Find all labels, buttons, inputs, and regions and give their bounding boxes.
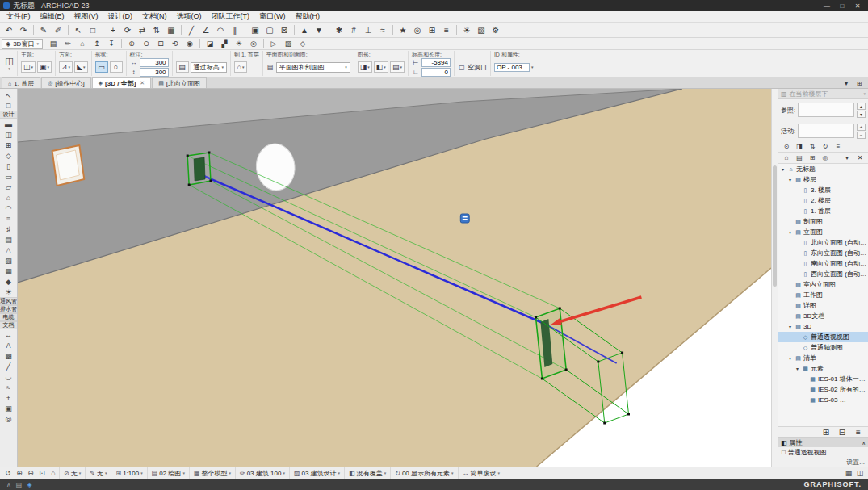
morph-tool-icon[interactable]: △ (0, 245, 17, 255)
split-icon[interactable]: ╱ (184, 23, 199, 36)
maximize-button[interactable]: □ (835, 1, 849, 10)
status-layer-combination[interactable]: ▤ 02 绘图 ▾ (147, 467, 189, 479)
status-filter-2[interactable]: ✎ 无 ▾ (85, 467, 111, 479)
navigator-tree-item[interactable]: ▯ 1. 首层 (778, 206, 868, 216)
layer-dialog-icon[interactable]: ⊞ (425, 23, 439, 36)
orbit-icon[interactable]: ⟲ (168, 39, 182, 49)
send-backward-icon[interactable]: ▼ (312, 23, 326, 36)
fit-in-window-icon[interactable]: ⊡ (36, 468, 48, 479)
dimension-tool-icon[interactable]: ↔ (0, 329, 17, 340)
zoom-out-icon[interactable]: ⊖ (25, 468, 36, 479)
trace-switch-icon[interactable]: ⇅ (807, 142, 818, 152)
3d-window-dropdown[interactable]: ◈ 3D窗口 ▾ (2, 39, 43, 49)
multiply-icon[interactable]: ▦ (164, 23, 178, 36)
properties-panel-header[interactable]: ◧ 属性 ∧ (778, 438, 868, 447)
favorites-icon[interactable]: ★ (396, 23, 410, 36)
width-input[interactable] (140, 58, 169, 67)
status-filter-1[interactable]: ⊘ 无 ▾ (59, 467, 85, 479)
publisher-icon[interactable]: ◎ (820, 153, 831, 163)
spline-tool-icon[interactable]: ≈ (0, 382, 17, 392)
elevate-icon[interactable]: ⇅ (149, 23, 164, 36)
tab-north-elevation[interactable]: ▤ [北向立面图 (152, 77, 207, 88)
navigator-tree-item[interactable]: ▾ ▤ 楼层 (778, 174, 868, 185)
stair-tool-icon[interactable]: ≡ (0, 213, 17, 224)
line-type-button[interactable]: ▤▾ (390, 61, 405, 73)
tab-action-center[interactable]: ◎ [操作中心] (41, 77, 91, 88)
figure-tool-icon[interactable]: ▣ (0, 403, 17, 413)
trace-down-button[interactable]: ▾ (857, 111, 866, 118)
door-tool-icon[interactable]: ◫ (0, 129, 17, 140)
trace-reference-picker[interactable] (798, 103, 854, 117)
menu-item[interactable]: 文件(F) (2, 11, 36, 22)
pane-layout-icon[interactable]: ◫ (854, 468, 866, 479)
delete-item-icon[interactable]: ⊟ (835, 425, 849, 438)
shading-icon[interactable]: ▨ (281, 39, 296, 49)
scrollbar-thumb[interactable] (773, 165, 777, 287)
menu-item[interactable]: 帮助(H) (291, 11, 325, 22)
navigator-tree-item[interactable]: ▦ IES-03 … (778, 395, 868, 405)
fit-view-icon[interactable]: ⊡ (153, 39, 168, 49)
navigator-tree-item[interactable]: ▦ IES-02 所有的开口 (778, 384, 868, 395)
trace-minus-button[interactable]: − (857, 132, 866, 139)
arrow-tool-icon[interactable]: ↖ (71, 23, 86, 36)
menu-item[interactable]: 视图(V) (69, 11, 103, 22)
opening-layer-button[interactable]: ▣▾ (37, 61, 52, 73)
navigator-menu-icon[interactable]: ▾ (841, 153, 853, 163)
trace-rebuild-icon[interactable]: ↻ (820, 142, 831, 152)
trace-visibility-icon[interactable]: ⊙ (781, 142, 792, 152)
new-tab-icon[interactable]: ⊞ (853, 78, 865, 88)
curtain-wall-tool-icon[interactable]: ▤ (0, 234, 17, 245)
opening-default-button[interactable]: ◫▾ (21, 61, 36, 73)
suspend-groups-icon[interactable]: ⊠ (277, 23, 291, 36)
viewport-scrollbar[interactable] (771, 89, 778, 467)
story-up-icon[interactable]: ↥ (90, 39, 104, 49)
element-info-icon[interactable]: ≡ (439, 23, 454, 36)
window-tool-icon[interactable]: ⊞ (0, 140, 17, 150)
infobox-tool-preview[interactable]: ◫ ▾ (2, 51, 18, 76)
line-tool-icon[interactable]: ╱ (0, 361, 17, 371)
collapse-panel-icon[interactable]: ∧ (6, 481, 11, 488)
arrow-tool-icon[interactable]: ↖ (0, 90, 17, 100)
navigator-tree-item[interactable]: ▦ IES-01 墙体一览表 (778, 374, 868, 384)
navigator-tree-item[interactable]: ▯ 北向立面图 (自动重建) (778, 237, 868, 248)
direction-b-button[interactable]: ◣▾ (74, 61, 87, 73)
ungroup-icon[interactable]: ▢ (262, 23, 277, 36)
navigator-tree-item[interactable]: ▤ 详图 (778, 300, 868, 311)
close-button[interactable]: ✕ (850, 1, 865, 10)
tab-close-icon[interactable]: ✕ (140, 80, 145, 86)
shape-rectangular-button[interactable]: ▭ (95, 61, 108, 73)
text-tool-icon[interactable]: A (0, 340, 17, 350)
grid-snap-icon[interactable]: # (346, 23, 361, 36)
menu-item[interactable]: 设计(D) (103, 11, 138, 22)
navigator-close-icon[interactable]: ✕ (854, 153, 866, 163)
rotate-icon[interactable]: ⟳ (120, 23, 135, 36)
camera-tool-icon[interactable]: ◎ (0, 413, 17, 424)
minimize-button[interactable]: — (820, 1, 834, 10)
status-renovation-filter[interactable]: ↻ 00 显示所有元素 ▾ (390, 467, 457, 479)
fly-through-icon[interactable]: ▷ (266, 39, 281, 49)
fill-tool-icon[interactable]: ▩ (0, 350, 17, 361)
length-input[interactable] (421, 68, 451, 77)
move-icon[interactable]: + (106, 23, 120, 36)
new-folder-icon[interactable]: ⊞ (819, 425, 833, 438)
sun-study-icon[interactable]: ☀ (459, 23, 474, 36)
navigator-tree-item[interactable]: ▯ 南向立面图 (自动重建) (778, 258, 868, 269)
elevation-mode-dropdown[interactable]: 通过标高 ▾ (191, 62, 228, 73)
project-map-icon[interactable]: ⌂ (781, 153, 792, 163)
undo-icon[interactable]: ↶ (2, 23, 16, 36)
status-pen-set[interactable]: ✏ 03 建筑 100 ▾ (235, 467, 289, 479)
wall-window[interactable] (52, 145, 85, 186)
render-icon[interactable]: ▧ (474, 23, 489, 36)
trace-plus-button[interactable]: + (857, 124, 866, 131)
settings-icon[interactable]: ⚙ (489, 23, 503, 36)
menu-item[interactable]: 文档(N) (137, 11, 172, 22)
rebuild-view-icon[interactable]: ↺ (2, 468, 14, 479)
status-model-view-options[interactable]: ▨ 03 建筑设计 ▾ (289, 467, 344, 479)
railing-tool-icon[interactable]: ♯ (0, 224, 17, 234)
menu-item[interactable]: 选项(O) (172, 11, 207, 22)
trace-up-button[interactable]: ▴ (857, 103, 866, 110)
cutaway-icon[interactable]: ◪ (203, 39, 217, 49)
inject-parameters-icon[interactable]: ✐ (51, 23, 65, 36)
layer-settings-icon[interactable]: ▤ (46, 39, 61, 49)
marquee-tool-icon[interactable]: □ (0, 100, 17, 111)
